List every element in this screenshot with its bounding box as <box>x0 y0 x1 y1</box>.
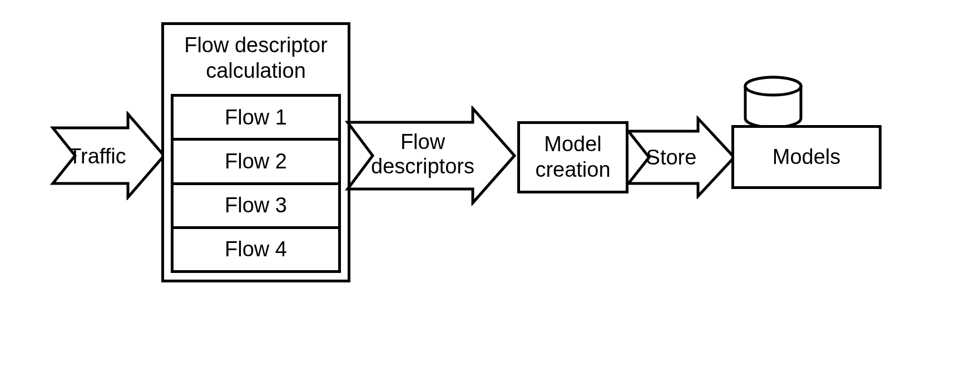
flow-row-2: Flow 2 <box>174 141 338 185</box>
flow-descriptors-arrow: Flow descriptors <box>345 106 517 206</box>
model-creation-box: Model creation <box>517 121 628 193</box>
database-cylinder-icon <box>743 75 804 131</box>
flow-rows-container: Flow 1 Flow 2 Flow 3 Flow 4 <box>171 94 341 273</box>
traffic-arrow-label: Traffic <box>68 145 126 168</box>
svg-point-4 <box>745 77 801 95</box>
models-box: Models <box>731 125 882 189</box>
flow-diagram: Traffic Flow descriptor calculation Flow… <box>67 22 912 334</box>
flow-row-3: Flow 3 <box>174 185 338 229</box>
traffic-arrow: Traffic <box>50 111 167 200</box>
store-arrow: Store <box>626 116 737 199</box>
flow-row-4: Flow 4 <box>174 229 338 270</box>
flow-row-1: Flow 1 <box>174 97 338 141</box>
model-creation-line-2: creation <box>535 158 610 181</box>
flow-descriptor-box: Flow descriptor calculation Flow 1 Flow … <box>161 22 350 282</box>
flow-title-line-1: Flow descriptor <box>184 33 328 57</box>
flow-title-line-2: calculation <box>206 59 306 82</box>
store-arrow-label: Store <box>646 146 697 169</box>
model-creation-line-1: Model <box>544 132 602 156</box>
flow-descriptors-line-1: Flow <box>400 130 446 153</box>
flow-descriptors-line-2: descriptors <box>371 155 474 178</box>
models-label: Models <box>773 145 841 170</box>
flow-descriptor-title: Flow descriptor calculation <box>164 25 348 94</box>
